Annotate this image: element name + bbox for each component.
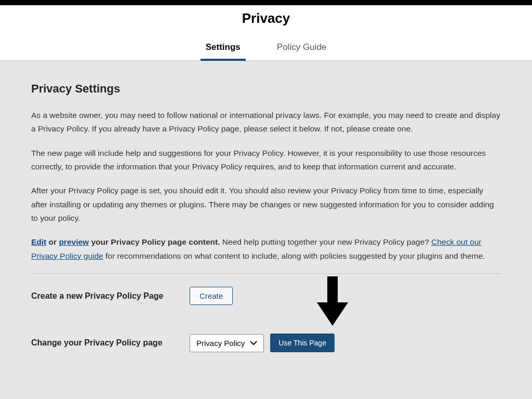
tab-policy-guide[interactable]: Policy Guide	[277, 42, 326, 60]
header: Privacy Settings Policy Guide	[0, 5, 532, 61]
change-label: Change your Privacy Policy page	[31, 338, 190, 348]
content-area: Privacy Settings As a website owner, you…	[0, 61, 532, 399]
tabs-nav: Settings Policy Guide	[0, 42, 532, 61]
end-text: for recommendations on what content to i…	[103, 251, 485, 260]
tab-settings[interactable]: Settings	[206, 42, 241, 60]
create-button[interactable]: Create	[190, 287, 233, 305]
edit-link[interactable]: Edit	[31, 237, 46, 246]
page-title: Privacy	[0, 10, 532, 26]
intro-paragraph-2: The new page will include help and sugge…	[31, 147, 501, 174]
create-row: Create a new Privacy Policy Page Create	[31, 287, 501, 305]
top-black-bar	[0, 0, 532, 5]
intro-paragraph-4: Edit or preview your Privacy Policy page…	[31, 235, 501, 263]
preview-link[interactable]: preview	[59, 237, 89, 246]
arrow-down-icon	[314, 276, 351, 330]
intro-paragraph-3: After your Privacy Policy page is set, y…	[31, 184, 501, 225]
intro-paragraph-1: As a website owner, you may need to foll…	[31, 109, 501, 136]
change-row: Change your Privacy Policy page Privacy …	[31, 334, 501, 352]
select-value: Privacy Policy	[196, 339, 245, 348]
divider	[31, 273, 501, 274]
create-label: Create a new Privacy Policy Page	[31, 291, 190, 301]
chevron-down-icon	[250, 339, 257, 347]
privacy-page-select[interactable]: Privacy Policy	[190, 334, 264, 352]
content-text: your Privacy Policy page content.	[89, 237, 220, 246]
use-this-page-button[interactable]: Use This Page	[270, 334, 335, 352]
help-text: Need help putting together your new Priv…	[220, 237, 432, 246]
or-text: or	[46, 237, 59, 246]
section-title: Privacy Settings	[31, 82, 501, 96]
